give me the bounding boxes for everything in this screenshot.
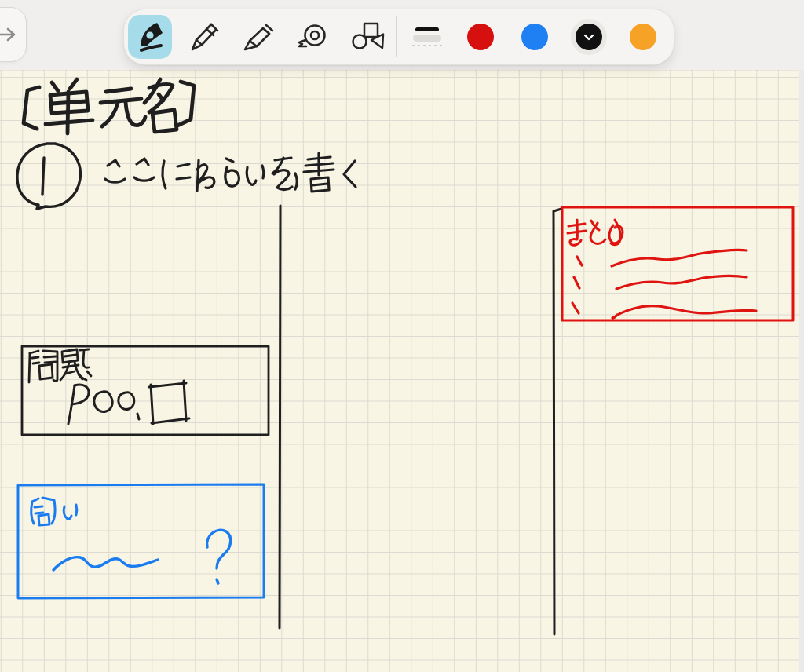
color-swatch-orange[interactable] xyxy=(625,19,661,55)
tool-shapes[interactable] xyxy=(345,15,389,59)
selected-ring xyxy=(571,19,607,55)
stroke-width-thick-selected[interactable] xyxy=(415,27,439,31)
top-toolbar xyxy=(0,0,804,70)
drawing-canvas[interactable] xyxy=(0,70,799,672)
color-swatch-blue[interactable] xyxy=(517,19,553,55)
tool-fountain-pen[interactable] xyxy=(128,15,172,59)
stroke-width-medium[interactable] xyxy=(413,35,441,42)
black-circle xyxy=(576,24,602,50)
fountain-pen-icon xyxy=(134,20,166,54)
arrow-right-icon xyxy=(0,26,19,43)
tape-icon xyxy=(295,20,330,53)
back-button[interactable] xyxy=(0,7,27,62)
tool-pill xyxy=(123,9,674,65)
shapes-icon xyxy=(349,20,385,53)
pencil-icon xyxy=(188,20,221,53)
color-swatch-red[interactable] xyxy=(462,19,499,55)
canvas-right-edge xyxy=(799,70,804,672)
tool-tape[interactable] xyxy=(291,15,334,59)
red-circle xyxy=(467,24,494,50)
blue-circle xyxy=(521,24,548,50)
toolbar-divider xyxy=(396,16,397,57)
stroke-width-dotted[interactable] xyxy=(412,45,442,47)
tool-highlighter[interactable] xyxy=(236,15,280,59)
orange-circle xyxy=(630,24,656,50)
chevron-down-icon xyxy=(583,34,594,41)
whiteboard-app: { "app": { "type": "handwriting-notes-wh… xyxy=(0,0,804,672)
highlighter-icon xyxy=(241,20,276,53)
tool-pencil[interactable] xyxy=(182,15,226,59)
stroke-width-selector[interactable] xyxy=(410,16,444,57)
color-swatch-black-selected[interactable] xyxy=(571,19,607,55)
